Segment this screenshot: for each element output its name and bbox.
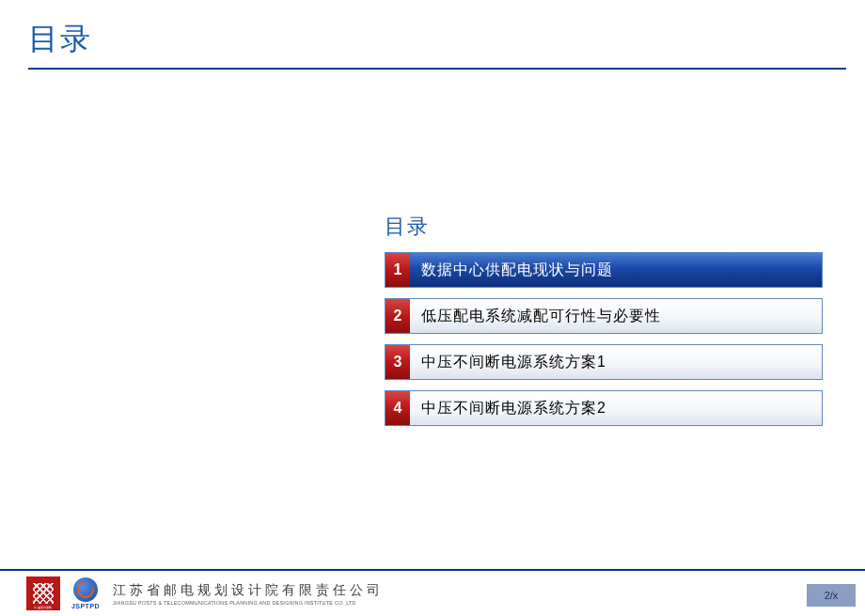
page-number: 2/x [807, 584, 856, 607]
toc-num-badge: 1 [385, 253, 410, 287]
toc-container: 目录 1 数据中心供配电现状与问题 2 低压配电系统减配可行性与必要性 3 中压… [385, 213, 823, 426]
toc-item-2: 2 低压配电系统减配可行性与必要性 [385, 298, 823, 334]
toc-item-1: 1 数据中心供配电现状与问题 [385, 252, 823, 288]
china-comservice-caption: 中國通信服務 [30, 606, 57, 609]
toc-item-4: 4 中压不间断电源系统方案2 [385, 390, 823, 426]
jsptpd-logo: JSPTPD [66, 577, 105, 610]
jsptpd-logo-icon [73, 577, 98, 602]
toc-list: 1 数据中心供配电现状与问题 2 低压配电系统减配可行性与必要性 3 中压不间断… [385, 252, 823, 426]
china-comservice-logo: 中國通信服務 [26, 577, 60, 610]
slide-footer: 中國通信服務 JSPTPD 江苏省邮电规划设计院有限责任公司 JIANGSU P… [0, 569, 865, 616]
toc-item-label: 数据中心供配电现状与问题 [410, 253, 822, 287]
toc-num-badge: 4 [385, 391, 410, 425]
toc-item-label: 低压配电系统减配可行性与必要性 [410, 299, 822, 333]
company-name-en: JIANGSU POSTS & TELECOMMUNICATIONS PLANN… [113, 600, 356, 605]
toc-item-label: 中压不间断电源系统方案2 [410, 391, 822, 425]
jsptpd-logo-text: JSPTPD [71, 603, 100, 609]
toc-num-badge: 2 [385, 299, 410, 333]
company-name-block: 江苏省邮电规划设计院有限责任公司 JIANGSU POSTS & TELECOM… [113, 582, 384, 606]
page-title: 目录 [28, 19, 837, 60]
title-divider [28, 68, 846, 70]
toc-item-label: 中压不间断电源系统方案1 [410, 345, 822, 379]
footer-logos: 中國通信服務 JSPTPD [26, 577, 105, 610]
toc-item-3: 3 中压不间断电源系统方案1 [385, 344, 823, 380]
company-name-cn: 江苏省邮电规划设计院有限责任公司 [113, 582, 384, 599]
slide-header: 目录 [0, 0, 865, 60]
toc-heading: 目录 [385, 213, 823, 241]
toc-num-badge: 3 [385, 345, 410, 379]
